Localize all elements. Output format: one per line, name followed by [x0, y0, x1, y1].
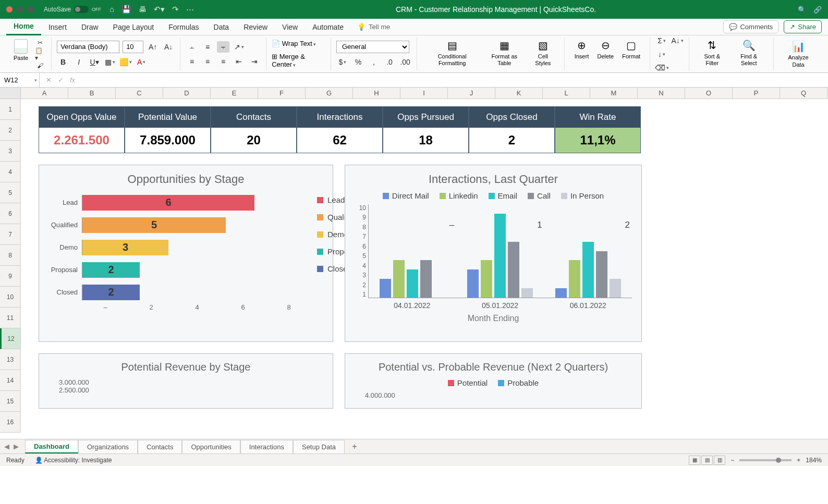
tab-draw[interactable]: Draw — [74, 19, 106, 35]
add-sheet-button[interactable]: + — [348, 442, 361, 451]
paste-button[interactable]: Paste — [10, 38, 31, 70]
print-icon[interactable]: 🖶 — [139, 5, 147, 14]
bold-button[interactable]: B — [57, 56, 69, 68]
sheet-tab[interactable]: Opportunities — [182, 440, 240, 453]
column-header[interactable]: H — [353, 88, 400, 99]
chart-interactions-last-quarter[interactable]: Interactions, Last Quarter Direct MailLi… — [345, 165, 642, 342]
decrease-indent-icon[interactable]: ⇤ — [233, 56, 245, 67]
tab-view[interactable]: View — [275, 19, 305, 35]
currency-icon[interactable]: $ — [336, 56, 349, 68]
close-window[interactable] — [6, 6, 13, 13]
page-layout-view-icon[interactable]: ▤ — [701, 456, 713, 465]
chart-opportunities-by-stage[interactable]: Opportunities by Stage Lead 6Qualified 5… — [39, 165, 333, 342]
autosave-toggle[interactable]: AutoSave OFF — [44, 6, 101, 13]
cancel-formula-icon[interactable]: ✕ — [46, 76, 52, 84]
autosum-icon[interactable]: Σ — [655, 35, 668, 46]
search-icon[interactable]: 🔍 — [798, 6, 806, 14]
sheet-tab[interactable]: Contacts — [138, 440, 182, 453]
fx-icon[interactable]: fx — [70, 76, 75, 84]
copy-icon[interactable]: 📋▾ — [34, 50, 46, 59]
delete-cells-button[interactable]: ⊖Delete — [593, 38, 618, 70]
column-header[interactable]: E — [211, 88, 258, 99]
chart-potential-vs-probable[interactable]: Potential vs. Probable Revenue (Next 2 Q… — [345, 353, 642, 409]
orientation-icon[interactable]: ↗ — [233, 41, 245, 53]
border-button[interactable]: ▦ — [104, 56, 116, 68]
insert-cells-button[interactable]: ⊕Insert — [570, 38, 593, 70]
column-header[interactable]: D — [163, 88, 211, 99]
increase-indent-icon[interactable]: ⇥ — [248, 56, 261, 67]
column-header[interactable]: A — [21, 88, 68, 99]
tab-formulas[interactable]: Formulas — [161, 19, 206, 35]
row-header[interactable]: 14 — [0, 370, 20, 391]
tab-page-layout[interactable]: Page Layout — [106, 19, 162, 35]
align-top-icon[interactable]: ⫠ — [186, 41, 198, 53]
align-right-icon[interactable]: ≡ — [217, 56, 229, 67]
align-left-icon[interactable]: ≡ — [186, 56, 198, 67]
window-controls[interactable] — [6, 6, 33, 13]
column-header[interactable]: K — [495, 88, 543, 99]
zoom-out-button[interactable]: − — [730, 457, 734, 464]
italic-button[interactable]: I — [72, 56, 85, 68]
column-header[interactable]: Q — [780, 88, 827, 99]
comma-icon[interactable]: , — [368, 56, 380, 68]
row-header[interactable]: 11 — [0, 308, 20, 328]
tab-insert[interactable]: Insert — [41, 19, 74, 35]
sort-az-icon[interactable]: A↓ — [671, 35, 684, 46]
merge-center-button[interactable]: ⊞ Merge & Center — [272, 53, 325, 68]
normal-view-icon[interactable]: ▦ — [689, 456, 700, 465]
find-select-button[interactable]: 🔍Find & Select — [729, 38, 768, 70]
decrease-decimal-icon[interactable]: .0 — [383, 56, 396, 68]
row-header[interactable]: 16 — [0, 412, 20, 433]
formula-input[interactable] — [81, 73, 828, 87]
align-center-icon[interactable]: ≡ — [201, 56, 214, 67]
column-header[interactable]: I — [400, 88, 448, 99]
clear-icon[interactable]: ⌫ — [655, 62, 668, 73]
row-header[interactable]: 6 — [0, 203, 20, 224]
format-as-table-button[interactable]: ▦Format as Table — [482, 38, 527, 70]
undo-icon[interactable]: ↶▾ — [154, 5, 165, 14]
sheet-next-icon[interactable]: ▶ — [14, 442, 19, 450]
row-header[interactable]: 8 — [0, 245, 20, 266]
wrap-text-button[interactable]: 📄 Wrap Text — [272, 40, 316, 47]
column-header[interactable]: J — [448, 88, 495, 99]
tab-automate[interactable]: Automate — [305, 19, 351, 35]
page-break-view-icon[interactable]: ▥ — [714, 456, 725, 465]
name-box[interactable]: W12 — [0, 73, 40, 87]
sheet-tab[interactable]: Setup Data — [293, 440, 345, 453]
comments-button[interactable]: 💬 Comments — [723, 20, 778, 33]
tab-home[interactable]: Home — [6, 19, 41, 35]
column-header[interactable]: P — [733, 88, 780, 99]
sheet-tab[interactable]: Dashboard — [25, 440, 78, 453]
column-header[interactable]: G — [306, 88, 353, 99]
toggle-switch[interactable] — [74, 6, 89, 13]
increase-font-icon[interactable]: A↑ — [147, 41, 159, 53]
tell-me-search[interactable]: 💡 Tell me — [357, 23, 390, 31]
font-name-select[interactable] — [57, 41, 119, 53]
sheet-prev-icon[interactable]: ◀ — [4, 442, 9, 450]
number-format-select[interactable]: General — [336, 41, 409, 53]
row-header[interactable]: 13 — [0, 349, 20, 370]
row-header[interactable]: 1 — [0, 99, 20, 120]
cut-icon[interactable]: ✂ — [34, 38, 46, 47]
conditional-formatting-button[interactable]: ▤Conditional Formatting — [422, 38, 482, 70]
decrease-font-icon[interactable]: A↓ — [162, 41, 175, 53]
grid-content[interactable]: Open Opps Value2.261.500Potential Value7… — [21, 99, 828, 439]
column-header[interactable]: B — [68, 88, 116, 99]
fill-icon[interactable]: ↓ — [655, 48, 668, 60]
minimize-window[interactable] — [17, 6, 23, 13]
percent-icon[interactable]: % — [352, 56, 364, 68]
cell-styles-button[interactable]: ▧Cell Styles — [527, 38, 559, 70]
column-header[interactable]: F — [258, 88, 306, 99]
row-header[interactable]: 2 — [0, 120, 20, 141]
column-header[interactable]: M — [590, 88, 638, 99]
row-header[interactable]: 9 — [0, 266, 20, 287]
column-header[interactable]: L — [543, 88, 590, 99]
tab-data[interactable]: Data — [206, 19, 237, 35]
format-cells-button[interactable]: ▢Format — [618, 38, 644, 70]
column-header[interactable]: N — [638, 88, 685, 99]
align-bottom-icon[interactable]: ⫟ — [217, 41, 229, 53]
row-header[interactable]: 7 — [0, 224, 20, 245]
row-header[interactable]: 3 — [0, 141, 20, 162]
align-middle-icon[interactable]: ≡ — [201, 41, 214, 53]
account-icon[interactable]: 🔗 — [813, 6, 822, 14]
